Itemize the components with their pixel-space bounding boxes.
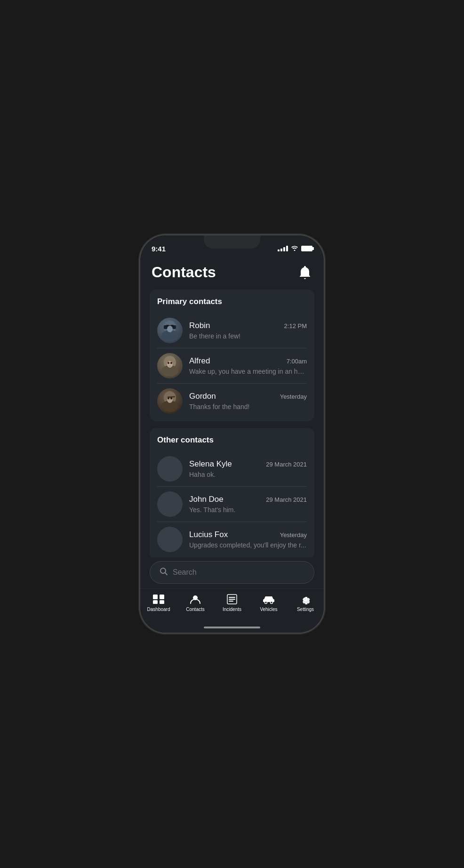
scroll-content: Contacts Primary contacts (140, 256, 324, 557)
status-bar: 9:41 (140, 235, 324, 256)
incidents-icon (225, 594, 239, 605)
contact-message-john: Yes. That's him. (189, 506, 307, 514)
svg-point-29 (265, 602, 267, 604)
search-bar-container (140, 557, 324, 588)
page-header: Contacts (150, 264, 314, 281)
contact-time-selena: 29 March 2021 (266, 461, 307, 468)
svg-rect-19 (153, 595, 158, 599)
nav-label-incidents: Incidents (223, 607, 241, 612)
nav-item-incidents[interactable]: Incidents (214, 594, 250, 612)
svg-rect-22 (160, 600, 164, 604)
contact-name-gordon: Gordon (189, 392, 216, 401)
contact-name-john: John Doe (189, 495, 224, 504)
contact-item-alfred[interactable]: Alfred 7:00am Wake up, you have a meetin… (157, 348, 307, 384)
primary-contacts-title: Primary contacts (157, 297, 307, 306)
phone-frame: 9:41 (140, 235, 324, 633)
contact-name-selena: Selena Kyle (189, 459, 232, 469)
contact-name-alfred: Alfred (189, 356, 210, 366)
contact-message-selena: Haha ok. (189, 471, 307, 478)
search-icon (160, 567, 168, 578)
contact-message-gordon: Thanks for the hand! (189, 403, 307, 410)
contact-time-robin: 2:12 PM (284, 322, 307, 330)
nav-item-vehicles[interactable]: Vehicles (250, 594, 287, 612)
nav-label-vehicles: Vehicles (260, 607, 277, 612)
avatar-gordon (157, 388, 183, 414)
contact-item-robin[interactable]: Robin 2:12 PM Be there in a few! (157, 313, 307, 348)
nav-label-contacts: Contacts (186, 607, 204, 612)
nav-label-settings: Settings (297, 607, 314, 612)
notification-bell-icon[interactable] (297, 265, 312, 280)
home-indicator (140, 622, 324, 633)
phone-screen: 9:41 (140, 235, 324, 633)
contact-name-lucius: Lucius Fox (189, 530, 228, 539)
vehicles-icon (262, 594, 275, 605)
nav-item-contacts[interactable]: Contacts (177, 594, 214, 612)
svg-rect-26 (229, 599, 235, 600)
primary-contacts-section: Primary contacts (150, 289, 314, 421)
avatar-lucius (157, 527, 183, 552)
contact-item-selena[interactable]: Selena Kyle 29 March 2021 Haha ok. (157, 451, 307, 487)
bottom-nav: Dashboard Contacts (140, 588, 324, 622)
dashboard-icon (152, 594, 165, 605)
signal-icon (278, 246, 288, 251)
svg-point-10 (170, 362, 172, 364)
svg-point-30 (271, 602, 273, 604)
svg-point-5 (167, 326, 173, 332)
avatar-john (157, 491, 183, 517)
contact-name-robin: Robin (189, 321, 210, 330)
svg-rect-25 (229, 597, 235, 598)
settings-icon (299, 594, 312, 605)
svg-rect-21 (153, 600, 158, 604)
contact-info-lucius: Lucius Fox Yesterday Upgrades completed,… (189, 530, 307, 549)
svg-rect-27 (229, 601, 233, 602)
avatar-selena (157, 456, 183, 482)
contact-info-gordon: Gordon Yesterday Thanks for the hand! (189, 392, 307, 410)
home-bar (204, 627, 260, 628)
contact-info-john: John Doe 29 March 2021 Yes. That's him. (189, 495, 307, 514)
contact-info-selena: Selena Kyle 29 March 2021 Haha ok. (189, 459, 307, 478)
contact-item-lucius[interactable]: Lucius Fox Yesterday Upgrades completed,… (157, 522, 307, 552)
status-icons (278, 245, 312, 252)
contact-info-robin: Robin 2:12 PM Be there in a few! (189, 321, 307, 340)
contact-message-alfred: Wake up, you have a meeting in an ho... (189, 368, 307, 375)
nav-label-dashboard: Dashboard (147, 607, 170, 612)
contact-time-lucius: Yesterday (280, 531, 307, 538)
status-time: 9:41 (152, 245, 166, 253)
svg-point-9 (168, 362, 169, 364)
avatar-robin (157, 318, 183, 343)
other-contacts-section: Other contacts Selena Kyle 29 March 2021… (150, 428, 314, 557)
contact-item-gordon[interactable]: Gordon Yesterday Thanks for the hand! (157, 384, 307, 414)
wifi-icon (291, 245, 298, 252)
battery-icon (301, 246, 312, 251)
contact-time-gordon: Yesterday (280, 393, 307, 400)
contact-message-lucius: Upgrades completed, you'll enjoy the r..… (189, 541, 307, 549)
contact-item-john[interactable]: John Doe 29 March 2021 Yes. That's him. (157, 487, 307, 522)
contact-time-alfred: 7:00am (287, 358, 307, 365)
contact-time-john: 29 March 2021 (266, 496, 307, 503)
search-bar[interactable] (150, 561, 314, 584)
other-contacts-title: Other contacts (157, 435, 307, 445)
contacts-nav-icon (189, 594, 202, 605)
contact-info-alfred: Alfred 7:00am Wake up, you have a meetin… (189, 356, 307, 375)
nav-item-dashboard[interactable]: Dashboard (140, 594, 177, 612)
page-title: Contacts (152, 264, 216, 281)
svg-rect-20 (160, 595, 164, 599)
avatar-alfred (157, 353, 183, 378)
search-input[interactable] (173, 568, 304, 577)
contact-message-robin: Be there in a few! (189, 332, 307, 340)
nav-item-settings[interactable]: Settings (287, 594, 324, 612)
